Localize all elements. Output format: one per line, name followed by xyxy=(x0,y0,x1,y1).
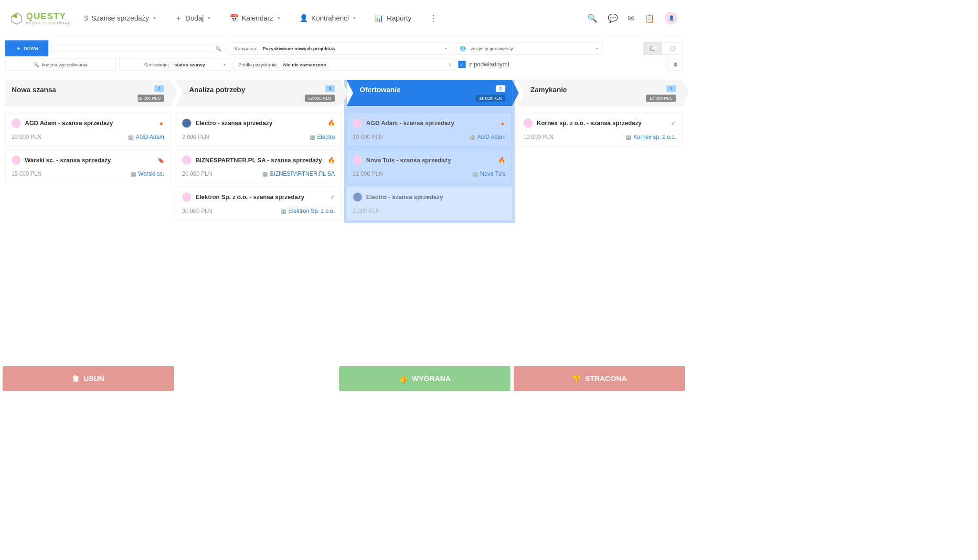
nav-label: Kontrahenci xyxy=(311,14,349,22)
card-amount: 20 000 PLN xyxy=(11,134,42,141)
nav-reports[interactable]: 📊Raporty xyxy=(375,13,412,23)
calendar-icon: 📅 xyxy=(230,14,238,22)
card-title: Electro - szansa sprzedaży xyxy=(366,193,506,201)
logo[interactable]: QUESTY BUSINESS SOFTWARE xyxy=(10,11,71,25)
card-avatar xyxy=(182,156,191,165)
chevron-down-icon: ▼ xyxy=(595,46,599,50)
card-avatar xyxy=(353,156,362,165)
building-icon: 🏢 xyxy=(472,171,478,177)
view-toggles: ⿲ 🕐 xyxy=(643,42,682,55)
dollar-icon: $ xyxy=(84,14,88,22)
opportunity-card[interactable]: Nova Tuls - szansa sprzedaży 🔥 21 000 PL… xyxy=(346,150,512,183)
app-header: QUESTY BUSINESS SOFTWARE $Szanse sprzeda… xyxy=(0,0,688,36)
card-company-link[interactable]: 🏢BIZNESPARTNER.PL SA xyxy=(262,171,335,178)
nav-calendar[interactable]: 📅Kalendarz▼ xyxy=(230,13,281,23)
lost-button[interactable]: 👎STRACONA xyxy=(514,366,685,391)
nav-contractors[interactable]: 👤Kontrahenci▼ xyxy=(299,13,357,23)
card-list: Kornex sp. z o.o. - szansa sprzedaży ✓ 1… xyxy=(517,113,683,146)
logo-subtitle: BUSINESS SOFTWARE xyxy=(26,21,71,25)
card-amount: 30 000 PLN xyxy=(182,208,212,214)
chevron-down-icon: ▼ xyxy=(152,16,156,21)
dropdown-label: Sortowanie: xyxy=(144,62,169,67)
new-button[interactable]: ＋nowa xyxy=(5,40,49,56)
opportunity-card[interactable]: Warski sc. - szansa sprzedaży 🔖 15 000 P… xyxy=(5,150,171,183)
mail-icon[interactable]: ✉ xyxy=(628,13,635,23)
count-badge: 2 xyxy=(155,85,164,92)
nav-more[interactable]: ⋮ xyxy=(430,13,437,23)
opportunity-card[interactable]: BIZNESPARTNER.PL SA - szansa sprzedaży 🔥… xyxy=(176,150,341,183)
opportunity-card[interactable]: AGD Adam - szansa sprzedaży ▲ 20 000 PLN… xyxy=(5,113,171,146)
thumbs-down-icon: 👎 xyxy=(572,374,581,383)
chat-icon[interactable]: 💬 xyxy=(608,13,618,23)
check-icon: ✓ xyxy=(330,193,335,201)
nav-add[interactable]: ＋Dodaj▼ xyxy=(175,13,211,23)
card-company-link[interactable]: 🏢AGD Adam xyxy=(128,134,164,141)
card-title: BIZNESPARTNER.PL SA - szansa sprzedaży xyxy=(195,157,323,164)
sort-dropdown[interactable]: Sortowanie: status szansy▼ xyxy=(119,58,230,71)
card-amount: 10 000 PLN xyxy=(353,134,383,141)
clipboard-icon[interactable]: 📋 xyxy=(645,13,655,23)
toolbar-row1: ＋nowa 🔍 Kampania: Pozyskiwanie nowych pr… xyxy=(0,36,688,58)
building-icon: 🏢 xyxy=(469,135,475,140)
thumbs-up-icon: 👍 xyxy=(399,374,408,383)
button-label: WYGRANA xyxy=(412,374,451,383)
card-amount: 2 000 PLN xyxy=(182,134,209,141)
bookmark-icon: 🔖 xyxy=(158,157,164,163)
card-company-link[interactable]: 🏢Electro xyxy=(309,134,335,141)
column-header[interactable]: Analiza potrzeby 3 52 000 PLN xyxy=(176,80,341,106)
opportunity-card[interactable]: AGD Adam - szansa sprzedaży ▲ 10 000 PLN… xyxy=(346,113,512,146)
search-criteria-button[interactable]: 🔍kryteria wyszukiwania xyxy=(5,58,116,71)
button-label: kryteria wyszukiwania xyxy=(42,62,87,67)
card-list: Electro - szansa sprzedaży 🔥 2 000 PLN 🏢… xyxy=(176,113,341,220)
count-badge: 1 xyxy=(667,85,676,92)
column-sum: 35 000 PLN xyxy=(138,95,164,102)
card-company-link[interactable]: 🏢AGD Adam xyxy=(469,134,506,141)
card-title: Elektron Sp. z o.o. - szansa sprzedaży xyxy=(195,193,326,201)
column-sum: 10 000 PLN xyxy=(646,95,676,102)
card-title: Electro - szansa sprzedaży xyxy=(195,120,323,127)
fire-icon: 🔥 xyxy=(328,119,335,127)
won-button[interactable]: 👍WYGRANA xyxy=(339,366,510,391)
gear-icon: ⚙ xyxy=(673,62,678,67)
search-input[interactable]: 🔍 xyxy=(52,45,226,52)
card-list: AGD Adam - szansa sprzedaży ▲ 20 000 PLN… xyxy=(5,113,171,183)
building-icon: 🏢 xyxy=(262,171,268,177)
timeline-view-button[interactable]: 🕐 xyxy=(663,42,682,55)
nav-sales[interactable]: $Szanse sprzedaży▼ xyxy=(84,13,156,23)
opportunity-card[interactable]: Kornex sp. z o.o. - szansa sprzedaży ✓ 1… xyxy=(517,113,683,146)
footer-actions: 🗑USUŃ 👍WYGRANA 👎STRACONA xyxy=(0,363,688,393)
checkbox-label: z podwładnymi xyxy=(469,61,509,68)
card-company-link[interactable]: 🏢Warski sc. xyxy=(130,171,164,178)
card-title: AGD Adam - szansa sprzedaży xyxy=(366,120,496,127)
column-header[interactable]: Ofertowanie 2 31 000 PLN xyxy=(346,80,512,106)
card-amount: 20 000 PLN xyxy=(182,171,212,178)
plus-icon: ＋ xyxy=(15,44,21,53)
chevron-down-icon: ▼ xyxy=(276,16,280,21)
delete-button[interactable]: 🗑USUŃ xyxy=(3,366,174,391)
employees-dropdown[interactable]: 🌐 wszyscy pracownicy▼ xyxy=(455,42,602,55)
card-company-link[interactable]: 🏢Nova Tuls xyxy=(472,171,505,178)
user-avatar[interactable]: 👤 xyxy=(665,11,678,24)
card-company-link[interactable]: 🏢Kornex sp. z o.o. xyxy=(626,134,676,141)
campaign-dropdown[interactable]: Kampania: Pozyskiwanie nowych projektów▼ xyxy=(230,42,451,55)
column-header[interactable]: Zamykanie 1 10 000 PLN xyxy=(517,80,683,106)
person-icon: 👤 xyxy=(299,14,308,22)
opportunity-card[interactable]: Electro - szansa sprzedaży 🔥 2 000 PLN 🏢… xyxy=(176,113,341,146)
kanban-view-button[interactable]: ⿲ xyxy=(643,42,662,55)
column-sum: 31 000 PLN xyxy=(476,95,505,102)
logo-icon xyxy=(10,11,23,25)
card-company-link[interactable]: 🏢Elektron Sp. z o.o. xyxy=(281,208,335,214)
subordinates-checkbox[interactable]: ✓z podwładnymi xyxy=(458,61,509,68)
opportunity-card[interactable]: Electro - szansa sprzedaży 2 000 PLN xyxy=(346,187,512,220)
card-amount: 2 000 PLN xyxy=(353,208,380,214)
column-header[interactable]: Nowa szansa 2 35 000 PLN xyxy=(5,80,171,106)
nav-label: Raporty xyxy=(387,14,412,22)
building-icon: 🏢 xyxy=(309,135,315,140)
card-avatar xyxy=(353,118,362,128)
opportunity-card[interactable]: Elektron Sp. z o.o. - szansa sprzedaży ✓… xyxy=(176,187,341,220)
building-icon: 🏢 xyxy=(130,171,136,177)
card-amount: 21 000 PLN xyxy=(353,171,383,178)
source-dropdown[interactable]: Źródło pozyskania: Nic nie zaznaczono⇅ xyxy=(234,58,455,71)
search-icon[interactable]: 🔍 xyxy=(587,13,597,23)
settings-button[interactable]: ⚙ xyxy=(668,58,682,71)
